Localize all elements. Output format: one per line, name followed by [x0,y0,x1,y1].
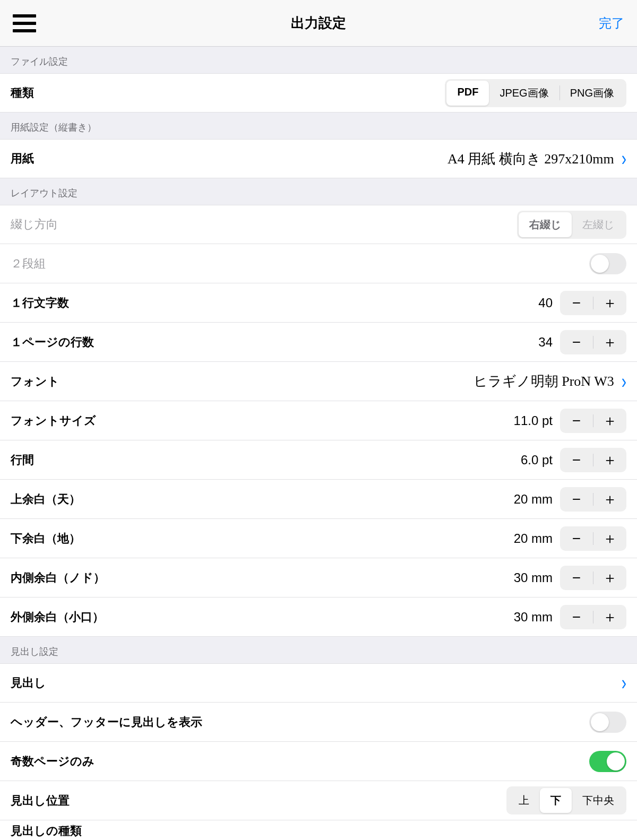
margin-top-stepper: − ＋ [560,487,626,512]
font-size-value: 11.0 pt [514,413,553,428]
section-header-layout: レイアウト設定 [0,178,637,205]
heading-label: 見出し [11,675,46,691]
binding-label: 綴じ方向 [11,217,58,232]
margin-outer-label: 外側余白（小口） [11,609,104,625]
heading-position-label: 見出し位置 [11,793,70,809]
font-size-label: フォントサイズ [11,413,96,429]
plus-button[interactable]: ＋ [593,605,626,629]
row-show-in-hf: ヘッダー、フッターに見出しを表示 [0,703,637,742]
two-column-label: ２段組 [11,256,46,272]
row-font-size: フォントサイズ 11.0 pt − ＋ [0,401,637,440]
seg-jpeg[interactable]: JPEG画像 [489,81,559,106]
seg-pos-bottom[interactable]: 下 [540,788,572,813]
show-in-hf-label: ヘッダー、フッターに見出しを表示 [11,714,202,730]
row-file-type: 種類 PDF JPEG画像 PNG画像 [0,73,637,112]
heading-position-segmented: 上 下 下中央 [506,786,626,815]
seg-pos-top[interactable]: 上 [508,788,540,813]
section-header-heading: 見出し設定 [0,637,637,663]
section-header-file: ファイル設定 [0,47,637,73]
row-heading-kind: 見出しの種類 [0,820,637,840]
font-size-stepper: − ＋ [560,409,626,433]
file-type-segmented: PDF JPEG画像 PNG画像 [445,79,626,107]
margin-top-label: 上余白（天） [11,491,81,507]
margin-bottom-label: 下余白（地） [11,531,81,547]
line-spacing-value: 6.0 pt [521,453,553,467]
show-in-hf-toggle[interactable] [589,712,626,733]
row-odd-only: 奇数ページのみ [0,742,637,781]
paper-value: A4 用紙 横向き 297x210mm [447,150,614,168]
row-lines-per-page: １ページの行数 34 − ＋ [0,323,637,362]
margin-inner-stepper: − ＋ [560,566,626,590]
minus-button[interactable]: − [560,409,593,433]
chevron-right-icon: › [622,147,626,171]
plus-button[interactable]: ＋ [593,487,626,512]
minus-button[interactable]: − [560,291,593,315]
margin-top-value: 20 mm [514,492,553,507]
chars-per-line-label: １行文字数 [11,295,69,311]
minus-button[interactable]: − [560,605,593,629]
seg-left-bind[interactable]: 左綴じ [572,212,625,237]
chevron-right-icon: › [622,671,626,695]
row-binding: 綴じ方向 右綴じ 左綴じ [0,205,637,244]
plus-button[interactable]: ＋ [593,409,626,433]
plus-button[interactable]: ＋ [593,566,626,590]
row-margin-inner: 内側余白（ノド） 30 mm − ＋ [0,558,637,597]
plus-button[interactable]: ＋ [593,526,626,551]
plus-button[interactable]: ＋ [593,448,626,472]
paper-label: 用紙 [11,151,34,167]
navbar: 出力設定 完了 [0,0,637,47]
lines-per-page-label: １ページの行数 [11,334,94,350]
seg-png[interactable]: PNG画像 [559,81,625,106]
margin-outer-stepper: − ＋ [560,605,626,629]
margin-bottom-stepper: − ＋ [560,526,626,551]
line-spacing-stepper: − ＋ [560,448,626,472]
row-margin-outer: 外側余白（小口） 30 mm − ＋ [0,597,637,637]
row-chars-per-line: １行文字数 40 − ＋ [0,283,637,323]
minus-button[interactable]: − [560,487,593,512]
margin-outer-value: 30 mm [514,610,553,625]
row-two-column: ２段組 [0,244,637,283]
row-font[interactable]: フォント ヒラギノ明朝 ProN W3 › [0,362,637,401]
minus-button[interactable]: − [560,566,593,590]
file-type-label: 種類 [11,85,34,101]
minus-button[interactable]: − [560,526,593,551]
binding-segmented: 右綴じ 左綴じ [517,211,626,239]
two-column-toggle[interactable] [589,253,626,274]
chars-per-line-value: 40 [538,296,553,310]
row-line-spacing: 行間 6.0 pt − ＋ [0,440,637,480]
odd-only-label: 奇数ページのみ [11,754,94,769]
lines-per-page-value: 34 [538,335,553,350]
minus-button[interactable]: − [560,448,593,472]
line-spacing-label: 行間 [11,452,34,468]
seg-pos-bottom-center[interactable]: 下中央 [572,788,625,813]
row-margin-top: 上余白（天） 20 mm − ＋ [0,480,637,519]
margin-inner-value: 30 mm [514,570,553,585]
font-value: ヒラギノ明朝 ProN W3 [474,372,614,391]
margin-inner-label: 内側余白（ノド） [11,570,105,586]
seg-pdf[interactable]: PDF [446,81,489,106]
row-heading-position: 見出し位置 上 下 下中央 [0,781,637,820]
row-heading[interactable]: 見出し › [0,663,637,703]
margin-bottom-value: 20 mm [514,531,553,546]
font-label: フォント [11,374,59,389]
plus-button[interactable]: ＋ [593,330,626,354]
section-header-paper: 用紙設定（縦書き） [0,112,637,139]
row-paper[interactable]: 用紙 A4 用紙 横向き 297x210mm › [0,139,637,178]
minus-button[interactable]: − [560,330,593,354]
row-margin-bottom: 下余白（地） 20 mm − ＋ [0,519,637,558]
chevron-right-icon: › [622,369,626,393]
chars-per-line-stepper: − ＋ [560,291,626,315]
lines-per-page-stepper: − ＋ [560,330,626,354]
heading-kind-label: 見出しの種類 [11,823,82,839]
seg-right-bind[interactable]: 右綴じ [519,212,572,237]
menu-icon[interactable] [13,11,38,36]
odd-only-toggle[interactable] [589,751,626,772]
page-title: 出力設定 [38,14,599,32]
plus-button[interactable]: ＋ [593,291,626,315]
done-button[interactable]: 完了 [599,15,624,32]
